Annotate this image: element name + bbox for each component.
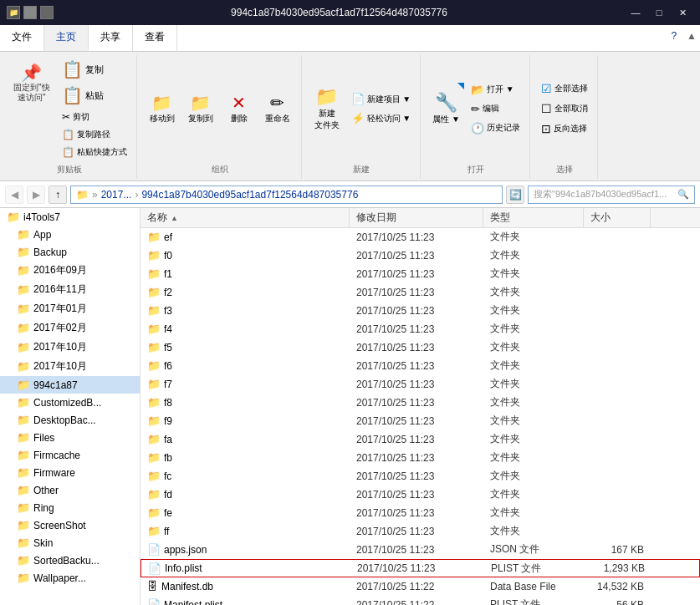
table-row[interactable]: 📁 f1 2017/10/25 11:23 文件夹 [141, 265, 700, 283]
sidebar-item-13[interactable]: 📁Firmcache [0, 446, 140, 464]
sidebar-item-10[interactable]: 📁CustomizedB... [0, 394, 140, 411]
forward-button[interactable]: ▶ [27, 186, 45, 204]
sidebar-item-2[interactable]: 📁Backup [0, 243, 140, 261]
table-row[interactable]: 📁 f5 2017/10/25 11:23 文件夹 [141, 338, 700, 357]
sidebar-item-1[interactable]: 📁App [0, 226, 140, 243]
refresh-button[interactable]: 🔄 [506, 186, 524, 204]
table-row[interactable]: 📁 fa 2017/10/25 11:23 文件夹 [141, 430, 700, 449]
table-row[interactable]: 📁 f2 2017/10/25 11:23 文件夹 [141, 283, 700, 302]
paste-shortcut-button[interactable]: 📋 粘贴快捷方式 [58, 144, 131, 160]
sidebar-item-3[interactable]: 📁2016年09月 [0, 261, 140, 280]
properties-button[interactable]: 🔧 属性 ▼ [427, 82, 465, 135]
table-row[interactable]: 📁 f6 2017/10/25 11:23 文件夹 [141, 357, 700, 375]
folder-icon: 📁 [17, 572, 30, 584]
file-type-cell: 文件夹 [483, 358, 584, 373]
sidebar-item-4[interactable]: 📁2016年11月 [0, 280, 140, 299]
column-header-date[interactable]: 修改日期 [350, 208, 483, 227]
file-type-cell: PLIST 文件 [483, 597, 584, 605]
tab-view[interactable]: 查看 [133, 25, 177, 51]
table-row[interactable]: 📁 f8 2017/10/25 11:23 文件夹 [141, 394, 700, 412]
new-item-button[interactable]: 📄 新建项目 ▼ [347, 90, 416, 108]
table-row[interactable]: 📁 f9 2017/10/25 11:23 文件夹 [141, 412, 700, 430]
file-name-cell: 📁 f3 [141, 304, 350, 317]
history-button[interactable]: 🕐 历史记录 [467, 119, 524, 137]
move-to-button[interactable]: 📁 移动到 [144, 89, 181, 128]
column-header-size[interactable]: 大小 [584, 208, 651, 227]
tab-file[interactable]: 文件 [0, 25, 44, 51]
table-row[interactable]: 📁 f4 2017/10/25 11:23 文件夹 [141, 320, 700, 338]
paste-button[interactable]: 📋 粘贴 [58, 83, 131, 108]
tab-share[interactable]: 共享 [89, 25, 133, 51]
column-header-type[interactable]: 类型 [483, 208, 584, 227]
sidebar-item-0[interactable]: 📁i4Tools7 [0, 208, 140, 226]
table-row[interactable]: 📁 fe 2017/10/25 11:23 文件夹 [141, 504, 700, 522]
file-date-cell: 2017/10/25 11:23 [350, 323, 483, 335]
table-row[interactable]: 📁 f0 2017/10/25 11:23 文件夹 [141, 247, 700, 265]
copy-icon: 📋 [62, 59, 83, 79]
close-button[interactable]: ✕ [672, 4, 693, 21]
table-row[interactable]: 📄 Info.plist 2017/10/25 11:23 PLIST 文件 1… [141, 559, 700, 577]
table-row[interactable]: 📄 Manifest.plist 2017/10/25 11:22 PLIST … [141, 596, 700, 605]
sidebar-item-9[interactable]: 📁994c1a87 [0, 376, 140, 394]
pin-to-quickaccess-button[interactable]: 📌 固定到"快速访问" [8, 57, 55, 110]
ribbon-content: 📌 固定到"快速访问" 📋 复制 📋 粘贴 ✂ [0, 52, 700, 180]
back-button[interactable]: ◀ [5, 186, 23, 204]
maximize-button[interactable]: □ [648, 4, 670, 21]
sidebar-item-11[interactable]: 📁DesktopBac... [0, 411, 140, 429]
sidebar-item-8[interactable]: 📁2017年10月 [0, 357, 140, 376]
table-row[interactable]: 📁 ef 2017/10/25 11:23 文件夹 [141, 228, 700, 247]
sidebar-item-19[interactable]: 📁SortedBacku... [0, 552, 140, 569]
tab-home[interactable]: 主页 [44, 25, 89, 51]
table-row[interactable]: 📁 fc 2017/10/25 11:23 文件夹 [141, 467, 700, 486]
address-path[interactable]: 📁 » 2017... › 994c1a87b4030ed95acf1ad7f1… [70, 186, 503, 204]
sidebar-item-15[interactable]: 📁Other [0, 481, 140, 499]
sidebar-item-7[interactable]: 📁2017年10月 [0, 338, 140, 357]
table-row[interactable]: 📁 fb 2017/10/25 11:23 文件夹 [141, 449, 700, 467]
search-box[interactable]: 搜索"994c1a87b4030ed95acf1... 🔍 [528, 186, 695, 204]
open-buttons: 🔧 属性 ▼ 📂 打开 ▼ ✏ 编辑 🕐 历史记录 [427, 57, 524, 160]
paste-icon: 📋 [62, 85, 83, 105]
table-row[interactable]: 🗄 Manifest.db 2017/10/25 11:22 Data Base… [141, 577, 700, 596]
open-button[interactable]: 📂 打开 ▼ [467, 81, 524, 99]
deselect-all-button[interactable]: ☐ 全部取消 [537, 99, 592, 118]
new-folder-button[interactable]: 📁 新建文件夹 [309, 82, 345, 135]
table-row[interactable]: 📁 f3 2017/10/25 11:23 文件夹 [141, 302, 700, 320]
copy-button[interactable]: 📋 复制 [58, 57, 131, 82]
sidebar-item-17[interactable]: 📁ScreenShot [0, 516, 140, 534]
help-button[interactable]: ? [664, 25, 683, 51]
invert-selection-button[interactable]: ⊡ 反向选择 [537, 119, 591, 138]
sidebar-item-16[interactable]: 📁Ring [0, 499, 140, 516]
ribbon-collapse-button[interactable]: ▲ [683, 25, 700, 51]
path-part-2[interactable]: 994c1a87b4030ed95acf1ad7f12564d487035776 [141, 189, 358, 201]
edit-button[interactable]: ✏ 编辑 [467, 100, 524, 118]
copy-path-button[interactable]: 📋 复制路径 [58, 126, 131, 143]
select-all-button[interactable]: ☑ 全部选择 [537, 79, 592, 98]
easy-access-button[interactable]: ⚡ 轻松访问 ▼ [347, 109, 416, 127]
column-header-name[interactable]: 名称 ▲ [141, 208, 350, 227]
table-row[interactable]: 📁 f7 2017/10/25 11:23 文件夹 [141, 375, 700, 394]
file-icon: 📄 [148, 562, 161, 575]
pin-icon: 📌 [21, 64, 42, 81]
copy-path-icon: 📋 [62, 129, 74, 140]
copy-to-button[interactable]: 📁 复制到 [182, 89, 219, 128]
sidebar-item-5[interactable]: 📁2017年01月 [0, 299, 140, 318]
app-icon: 📁 [7, 6, 20, 19]
minimize-button[interactable]: — [625, 4, 646, 21]
rename-button[interactable]: ✏ 重命名 [259, 89, 296, 128]
delete-button[interactable]: ✕ 删除 [221, 89, 258, 128]
sidebar-item-14[interactable]: 📁Firmware [0, 464, 140, 481]
cut-button[interactable]: ✂ 剪切 [58, 109, 131, 125]
sidebar-item-6[interactable]: 📁2017年02月 [0, 318, 140, 338]
sidebar-item-18[interactable]: 📁Skin [0, 534, 140, 552]
table-row[interactable]: 📁 ff 2017/10/25 11:23 文件夹 [141, 522, 700, 541]
sidebar-item-12[interactable]: 📁Files [0, 429, 140, 446]
table-row[interactable]: 📁 fd 2017/10/25 11:23 文件夹 [141, 486, 700, 504]
folder-icon: 📁 [17, 264, 30, 277]
file-icon: 📁 [147, 470, 161, 482]
table-row[interactable]: 📄 apps.json 2017/10/25 11:23 JSON 文件 167… [141, 541, 700, 559]
edit-icon: ✏ [471, 103, 480, 115]
path-part-1[interactable]: 2017... [101, 189, 132, 201]
up-button[interactable]: ↑ [49, 186, 67, 204]
sidebar-item-20[interactable]: 📁Wallpaper... [0, 569, 140, 587]
file-type-cell: 文件夹 [483, 395, 584, 409]
